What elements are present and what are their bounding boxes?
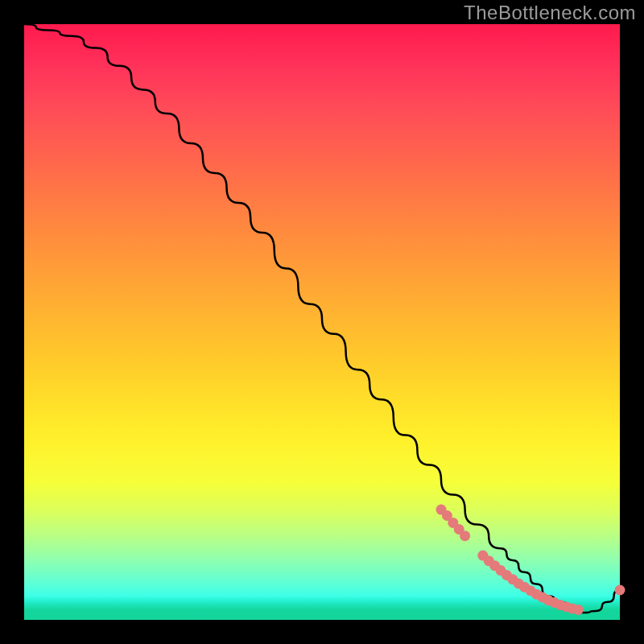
plot-area	[24, 24, 620, 620]
chart-frame: TheBottleneck.com	[0, 0, 644, 644]
watermark-label: TheBottleneck.com	[464, 2, 636, 24]
chart-svg	[24, 24, 620, 620]
highlight-point	[615, 585, 625, 596]
highlight-point	[460, 530, 470, 541]
bottleneck-curve	[24, 24, 620, 613]
highlight-point	[573, 605, 584, 615]
